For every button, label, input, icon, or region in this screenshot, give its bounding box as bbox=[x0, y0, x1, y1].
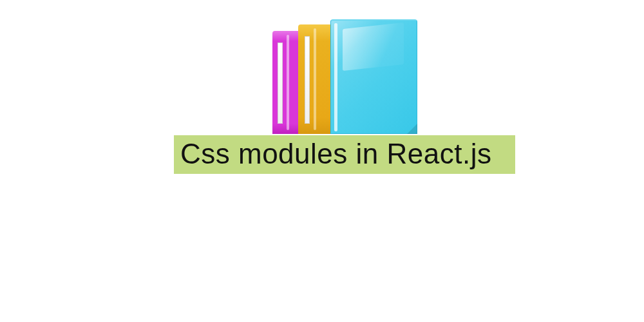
folder-stack-icon bbox=[272, 19, 417, 134]
folder-cyan-icon bbox=[330, 19, 417, 134]
hero-graphic: Css modules in React.js bbox=[174, 19, 515, 174]
title-banner: Css modules in React.js bbox=[174, 135, 515, 174]
page-title: Css modules in React.js bbox=[180, 138, 509, 170]
